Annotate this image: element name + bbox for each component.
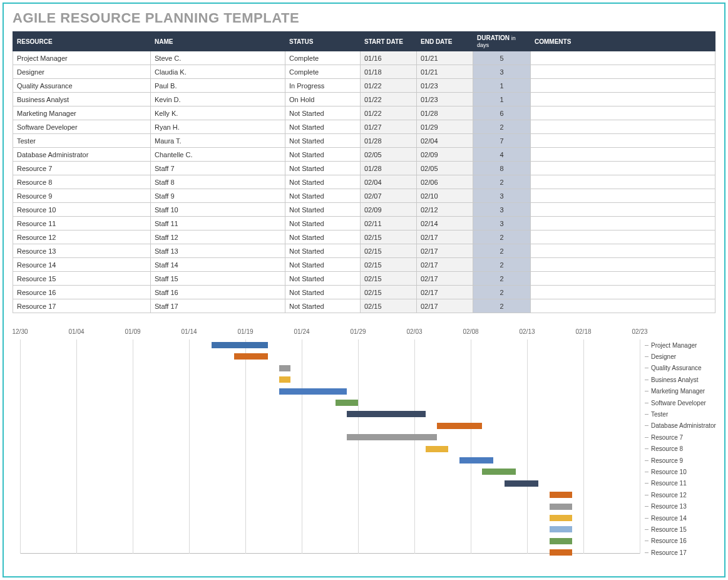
cell-status: Not Started xyxy=(285,272,361,286)
cell-comments xyxy=(531,258,715,272)
legend-tick-icon xyxy=(645,460,649,461)
cell-start: 01/22 xyxy=(361,93,417,106)
legend-tick-icon xyxy=(645,552,649,553)
legend-item: Designer xyxy=(645,351,716,362)
cell-status: Not Started xyxy=(285,230,361,244)
cell-duration: 2 xyxy=(473,286,531,299)
cell-end: 01/21 xyxy=(417,51,473,65)
legend-item: Resource 15 xyxy=(645,524,716,535)
cell-comments xyxy=(531,93,715,106)
legend-tick-icon xyxy=(645,518,649,519)
cell-comments xyxy=(531,244,715,258)
legend-label: Designer xyxy=(651,353,676,360)
legend-item: Resource 17 xyxy=(645,547,716,558)
legend-tick-icon xyxy=(645,345,649,346)
cell-name: Staff 15 xyxy=(151,272,285,286)
legend-tick-icon xyxy=(645,391,649,391)
gantt-bar xyxy=(550,504,572,510)
cell-status: Not Started xyxy=(285,244,361,258)
cell-comments xyxy=(531,189,715,203)
legend-tick-icon xyxy=(645,403,649,403)
legend-item: Database Administrator xyxy=(645,420,716,432)
cell-start: 02/15 xyxy=(361,230,417,244)
cell-resource: Resource 7 xyxy=(13,162,151,175)
cell-duration: 2 xyxy=(473,120,531,134)
cell-duration: 1 xyxy=(473,93,531,106)
cell-resource: Business Analyst xyxy=(13,93,151,106)
legend-item: Resource 16 xyxy=(645,536,716,547)
cell-status: Not Started xyxy=(285,299,361,313)
legend-label: Resource 12 xyxy=(651,492,687,499)
chart-xtick-label: 01/09 xyxy=(125,328,140,335)
cell-resource: Resource 12 xyxy=(13,230,151,244)
cell-end: 02/17 xyxy=(417,258,473,272)
cell-name: Kevin D. xyxy=(151,93,285,106)
legend-label: Software Developer xyxy=(651,400,706,407)
cell-end: 02/17 xyxy=(417,244,473,258)
cell-status: Not Started xyxy=(285,162,361,175)
cell-resource: Tester xyxy=(13,134,151,148)
cell-status: Not Started xyxy=(285,258,361,272)
cell-end: 02/17 xyxy=(417,299,473,313)
legend-label: Resource 17 xyxy=(651,549,687,556)
table-row: Resource 12Staff 12Not Started02/1502/17… xyxy=(13,230,715,244)
legend-label: Tester xyxy=(651,411,668,418)
cell-comments xyxy=(531,217,715,230)
cell-resource: Project Manager xyxy=(13,51,151,65)
cell-comments xyxy=(531,120,715,134)
cell-duration: 7 xyxy=(473,134,531,148)
cell-status: Not Started xyxy=(285,120,361,134)
legend-item: Resource 10 xyxy=(645,466,716,477)
cell-status: Not Started xyxy=(285,134,361,148)
legend-item: Resource 14 xyxy=(645,512,716,524)
table-row: Database AdministratorChantelle C.Not St… xyxy=(13,148,715,162)
cell-duration: 3 xyxy=(473,65,531,79)
cell-resource: Quality Assurance xyxy=(13,79,151,93)
cell-duration: 1 xyxy=(473,79,531,93)
cell-comments xyxy=(531,299,715,313)
cell-duration: 3 xyxy=(473,189,531,203)
table-row: Resource 8Staff 8Not Started02/0402/062 xyxy=(13,175,715,189)
legend-label: Resource 9 xyxy=(651,457,683,464)
chart-xtick-label: 01/24 xyxy=(294,328,309,335)
cell-end: 02/06 xyxy=(417,175,473,189)
cell-start: 02/04 xyxy=(361,175,417,189)
cell-name: Staff 10 xyxy=(151,203,285,217)
cell-status: Not Started xyxy=(285,217,361,230)
cell-duration: 2 xyxy=(473,272,531,286)
cell-resource: Resource 8 xyxy=(13,175,151,189)
gantt-bar xyxy=(347,411,426,417)
cell-comments xyxy=(531,79,715,93)
legend-item: Business Analyst xyxy=(645,374,716,385)
table-row: Resource 17Staff 17Not Started02/1502/17… xyxy=(13,299,715,313)
cell-end: 02/17 xyxy=(417,286,473,299)
chart-gridline xyxy=(20,339,21,554)
cell-end: 01/29 xyxy=(417,120,473,134)
cell-start: 02/05 xyxy=(361,148,417,162)
cell-start: 02/15 xyxy=(361,258,417,272)
cell-name: Staff 11 xyxy=(151,217,285,230)
cell-comments xyxy=(531,230,715,244)
cell-status: Not Started xyxy=(285,286,361,299)
cell-comments xyxy=(531,203,715,217)
cell-comments xyxy=(531,162,715,175)
cell-name: Claudia K. xyxy=(151,65,285,79)
table-row: Resource 13Staff 13Not Started02/1502/17… xyxy=(13,244,715,258)
cell-status: Not Started xyxy=(285,106,361,120)
gantt-bar xyxy=(336,400,358,406)
cell-name: Staff 7 xyxy=(151,162,285,175)
legend-item: Marketing Manager xyxy=(645,386,716,397)
cell-duration: 2 xyxy=(473,299,531,313)
gantt-bar xyxy=(505,480,538,487)
chart-plot-area: 12/3001/0401/0901/1401/1901/2401/2902/03… xyxy=(20,339,640,554)
cell-comments xyxy=(531,51,715,65)
cell-end: 01/23 xyxy=(417,93,473,106)
legend-item: Resource 12 xyxy=(645,489,716,500)
chart-xtick-label: 02/13 xyxy=(519,328,535,335)
th-comments: COMMENTS xyxy=(531,32,715,51)
cell-status: Not Started xyxy=(285,148,361,162)
cell-resource: Software Developer xyxy=(13,120,151,134)
legend-tick-icon xyxy=(645,483,649,484)
cell-name: Staff 16 xyxy=(151,286,285,299)
cell-start: 01/28 xyxy=(361,162,417,175)
